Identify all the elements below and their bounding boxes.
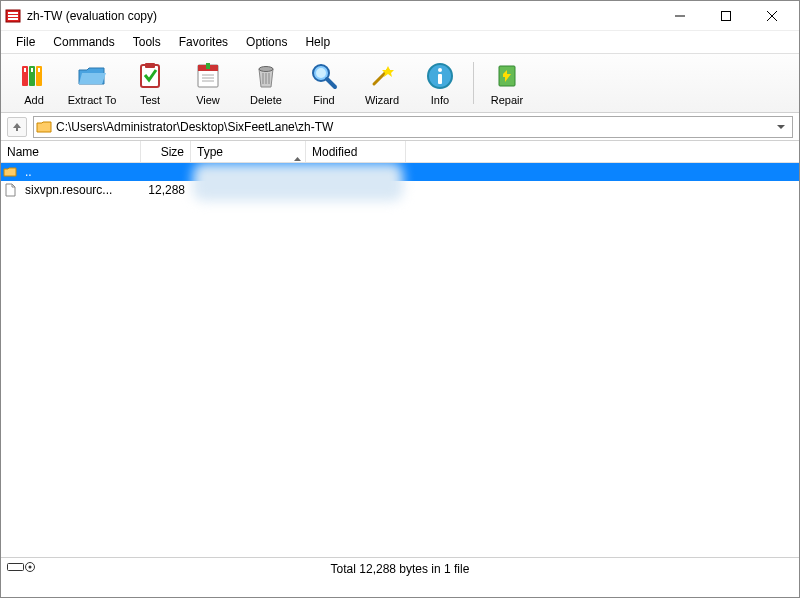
window-controls bbox=[657, 1, 795, 31]
status-left-icon bbox=[7, 561, 35, 576]
folder-icon bbox=[36, 119, 52, 135]
sorted-column-shade bbox=[191, 163, 306, 557]
sort-indicator-icon bbox=[294, 150, 301, 164]
folder-up-icon bbox=[1, 165, 19, 179]
info-label: Info bbox=[431, 94, 449, 106]
svg-point-27 bbox=[316, 68, 326, 78]
column-type[interactable]: Type bbox=[191, 141, 306, 162]
magnifier-icon bbox=[308, 60, 340, 92]
column-headers: Name Size Type Modified bbox=[1, 141, 799, 163]
svg-rect-11 bbox=[24, 68, 26, 72]
test-label: Test bbox=[140, 94, 160, 106]
clipboard-check-icon bbox=[134, 60, 166, 92]
svg-rect-13 bbox=[38, 68, 40, 72]
wizard-button[interactable]: Wizard bbox=[353, 56, 411, 110]
book-open-icon bbox=[192, 60, 224, 92]
svg-point-36 bbox=[29, 566, 32, 569]
find-button[interactable]: Find bbox=[295, 56, 353, 110]
column-size-label: Size bbox=[161, 145, 184, 159]
view-label: View bbox=[196, 94, 220, 106]
svg-rect-32 bbox=[438, 74, 442, 84]
svg-rect-5 bbox=[722, 11, 731, 20]
menubar: File Commands Tools Favorites Options He… bbox=[1, 31, 799, 53]
svg-rect-1 bbox=[8, 12, 18, 14]
file-icon bbox=[1, 183, 19, 197]
redacted-area bbox=[193, 163, 403, 201]
extract-label: Extract To bbox=[68, 94, 117, 106]
delete-button[interactable]: Delete bbox=[237, 56, 295, 110]
file-list[interactable]: .. sixvpn.resourc... 12,288 bbox=[1, 163, 799, 557]
svg-line-28 bbox=[327, 79, 335, 87]
svg-rect-34 bbox=[8, 564, 24, 571]
svg-rect-2 bbox=[8, 15, 18, 17]
repair-icon bbox=[491, 60, 523, 92]
address-input[interactable] bbox=[56, 120, 772, 134]
menu-tools[interactable]: Tools bbox=[124, 33, 170, 51]
close-button[interactable] bbox=[749, 1, 795, 31]
test-button[interactable]: Test bbox=[121, 56, 179, 110]
toolbar: Add Extract To Test View Delete Find Wiz… bbox=[1, 53, 799, 113]
repair-label: Repair bbox=[491, 94, 523, 106]
app-icon bbox=[5, 8, 21, 24]
svg-point-31 bbox=[438, 68, 442, 72]
books-archive-icon bbox=[18, 60, 50, 92]
column-modified-label: Modified bbox=[312, 145, 357, 159]
address-bar bbox=[1, 113, 799, 141]
statusbar: Total 12,288 bytes in 1 file bbox=[1, 557, 799, 579]
window-titlebar: zh-TW (evaluation copy) bbox=[1, 1, 799, 31]
up-button[interactable] bbox=[7, 117, 27, 137]
status-text: Total 12,288 bytes in 1 file bbox=[269, 562, 531, 576]
add-label: Add bbox=[24, 94, 44, 106]
window-title: zh-TW (evaluation copy) bbox=[27, 9, 657, 23]
menu-commands[interactable]: Commands bbox=[44, 33, 123, 51]
extract-button[interactable]: Extract To bbox=[63, 56, 121, 110]
info-icon bbox=[424, 60, 456, 92]
toolbar-separator bbox=[473, 62, 474, 104]
address-dropdown[interactable] bbox=[772, 123, 790, 131]
view-button[interactable]: View bbox=[179, 56, 237, 110]
wand-icon bbox=[366, 60, 398, 92]
menu-file[interactable]: File bbox=[7, 33, 44, 51]
column-modified[interactable]: Modified bbox=[306, 141, 406, 162]
parent-folder-name: .. bbox=[19, 165, 141, 179]
svg-rect-15 bbox=[145, 63, 155, 68]
folder-open-icon bbox=[76, 60, 108, 92]
svg-rect-18 bbox=[206, 63, 210, 69]
minimize-button[interactable] bbox=[657, 1, 703, 31]
find-label: Find bbox=[313, 94, 334, 106]
column-name-label: Name bbox=[7, 145, 39, 159]
menu-options[interactable]: Options bbox=[237, 33, 296, 51]
file-size: 12,288 bbox=[141, 183, 191, 197]
delete-label: Delete bbox=[250, 94, 282, 106]
maximize-button[interactable] bbox=[703, 1, 749, 31]
menu-help[interactable]: Help bbox=[296, 33, 339, 51]
svg-rect-12 bbox=[31, 68, 33, 72]
svg-point-22 bbox=[259, 67, 273, 72]
svg-rect-3 bbox=[8, 18, 18, 20]
wizard-label: Wizard bbox=[365, 94, 399, 106]
add-button[interactable]: Add bbox=[5, 56, 63, 110]
menu-favorites[interactable]: Favorites bbox=[170, 33, 237, 51]
info-button[interactable]: Info bbox=[411, 56, 469, 110]
trash-icon bbox=[250, 60, 282, 92]
column-type-label: Type bbox=[197, 145, 223, 159]
file-name: sixvpn.resourc... bbox=[19, 183, 141, 197]
repair-button[interactable]: Repair bbox=[478, 56, 536, 110]
column-name[interactable]: Name bbox=[1, 141, 141, 162]
address-field[interactable] bbox=[33, 116, 793, 138]
column-size[interactable]: Size bbox=[141, 141, 191, 162]
